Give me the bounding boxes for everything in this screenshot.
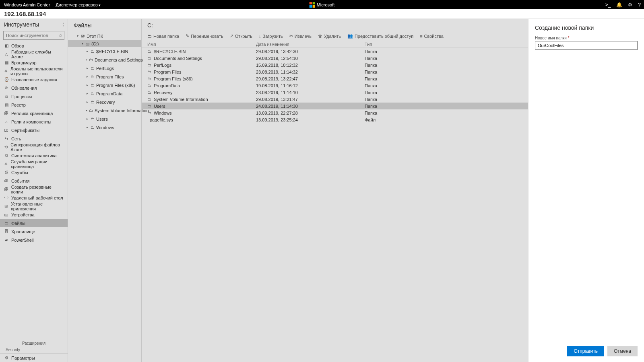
tree-folder[interactable]: ▸🗀Program Files (x86) xyxy=(68,82,141,88)
folder-icon: 🗀 xyxy=(147,83,151,88)
table-row[interactable]: 🗀System Volume Information29.08.2019, 13… xyxy=(142,96,528,103)
sidebar-settings[interactable]: ⚙ Параметры xyxy=(0,354,68,362)
folder-icon: 🗀 xyxy=(91,91,95,96)
sidebar-item[interactable]: 🕮Сертификаты xyxy=(0,126,68,134)
tool-icon: ▦ xyxy=(4,60,9,65)
chevron-right-icon[interactable]: ▸ xyxy=(86,75,89,78)
table-row[interactable]: 🗀ProgramData19.08.2019, 11:16:12Папка xyxy=(142,82,528,89)
sidebar-item[interactable]: ⟳Обновления xyxy=(0,84,68,92)
sidebar-item[interactable]: 🗐Реплика хранилища xyxy=(0,109,68,117)
sidebar-item[interactable]: ⟲Синхронизация файлов Azure xyxy=(0,143,68,151)
tool-icon: 🗐 xyxy=(4,187,9,191)
tools-search-input[interactable] xyxy=(3,31,64,40)
tree-folder[interactable]: ▸🗀Windows xyxy=(68,124,141,131)
extension-security[interactable]: Security xyxy=(0,346,68,353)
sidebar-item[interactable]: ◧Обзор xyxy=(0,41,68,50)
sidebar-item[interactable]: 🗀Файлы xyxy=(0,219,68,227)
tree-folder[interactable]: ▸🗀Program Files xyxy=(68,73,141,80)
table-row[interactable]: 🗀Users24.08.2019, 11:14:30Папка xyxy=(142,103,528,109)
sidebar-item[interactable]: ⛭Служба миграции хранилища xyxy=(0,160,68,168)
table-row[interactable]: 🗀Program Files23.08.2019, 11:14:32Папка xyxy=(142,68,528,75)
sidebar-item[interactable]: ⊞Установленные приложения xyxy=(0,202,68,210)
sidebar-item[interactable]: 🗄Хранилище xyxy=(0,227,68,236)
tree-folder[interactable]: ▸🗀Documents and Settings xyxy=(68,56,141,63)
cancel-button[interactable]: Отмена xyxy=(607,346,638,356)
tree-root-label: Этот ПК xyxy=(87,34,103,39)
sidebar-item[interactable]: 🖵Удаленный рабочий стол xyxy=(0,193,68,202)
server-manager-dropdown[interactable]: Диспетчер серверов xyxy=(56,2,101,7)
toolbar-label: Загрузить xyxy=(262,34,283,39)
file-type: Папка xyxy=(365,76,405,81)
sidebar-item[interactable]: 🖴Устройства xyxy=(0,210,68,219)
sidebar-item[interactable]: ⛓Службы xyxy=(0,168,68,177)
sidebar-item[interactable]: ⛯Локальные пользователи и группы xyxy=(0,67,68,75)
sidebar-item[interactable]: ⧈Процессы xyxy=(0,92,68,101)
tool-icon: ⌚ xyxy=(4,77,9,82)
toolbar-button[interactable]: ✎Переименовать xyxy=(186,33,223,39)
table-row[interactable]: pagefile.sys13.09.2019, 23:25:24Файл xyxy=(142,116,528,123)
toolbar-button[interactable]: 🗑Удалить xyxy=(318,33,341,39)
extensions-heading: Расширения xyxy=(0,340,68,346)
tree-folder[interactable]: ▸🗀Recovery xyxy=(68,99,141,105)
sidebar-item[interactable]: ⌚Назначенные задания xyxy=(0,75,68,84)
file-date: 29.08.2019, 13:22:47 xyxy=(256,76,365,81)
chevron-right-icon[interactable]: ▸ xyxy=(86,92,89,95)
sidebar-item[interactable]: ⧉Системная аналитика xyxy=(0,151,68,160)
tool-label: События xyxy=(11,179,29,183)
toolbar-button[interactable]: ≡Свойства xyxy=(420,33,444,39)
table-row[interactable]: 🗀$RECYCLE.BIN29.08.2019, 13:42:30Папка xyxy=(142,48,528,55)
folder-name-input[interactable] xyxy=(535,41,638,50)
chevron-right-icon[interactable]: ▸ xyxy=(86,83,89,87)
chevron-right-icon[interactable]: ▸ xyxy=(86,109,87,112)
table-row[interactable]: 🗀Documents and Settings29.08.2019, 12:54… xyxy=(142,55,528,62)
tree-folder[interactable]: ▸🗀PerfLogs xyxy=(68,65,141,72)
col-name[interactable]: Имя xyxy=(147,42,256,47)
sidebar-item[interactable]: 🗐Создать резервные копии xyxy=(0,185,68,193)
tree-root[interactable]: ▾ 🖳 Этот ПК xyxy=(68,33,141,39)
folder-icon: 🗀 xyxy=(147,111,151,115)
table-row[interactable]: 🗀PerfLogs15.09.2018, 10:12:32Папка xyxy=(142,62,528,68)
chevron-right-icon[interactable]: ▸ xyxy=(86,100,89,104)
toolbar-button[interactable]: ✂Извлечь xyxy=(289,33,312,39)
chevron-right-icon[interactable]: ▸ xyxy=(86,66,89,70)
sidebar-item[interactable]: ▤Реестр xyxy=(0,101,68,109)
sidebar-item[interactable]: ▦Брандмауэр xyxy=(0,58,68,67)
toolbar-button[interactable]: 👥Предоставить общий доступ xyxy=(347,33,413,39)
sidebar-item[interactable]: ▰PowerShell xyxy=(0,236,68,244)
app-name[interactable]: Windows Admin Center xyxy=(4,2,50,7)
toolbar-button[interactable]: ↗Открыть xyxy=(230,33,252,39)
chevron-right-icon[interactable]: ▸ xyxy=(86,125,89,129)
tree-drive-c[interactable]: ▾ 🖴 (C:) xyxy=(68,40,141,47)
notifications-icon[interactable]: 🔔 xyxy=(616,2,622,8)
tree-folder[interactable]: ▸🗀System Volume Information xyxy=(68,107,141,114)
settings-icon[interactable]: ⚙ xyxy=(628,2,632,8)
sidebar-item[interactable]: △Гибридные службы Azure xyxy=(0,50,68,58)
col-date[interactable]: Дата изменения xyxy=(256,42,365,47)
chevron-right-icon[interactable]: ▸ xyxy=(86,58,87,62)
col-type[interactable]: Тип xyxy=(365,42,405,47)
toolbar-button[interactable]: ↓Загрузить xyxy=(259,33,283,39)
console-icon[interactable]: >_ xyxy=(605,2,611,8)
folder-icon: 🗀 xyxy=(147,104,151,108)
tree-folder[interactable]: ▸🗀$RECYCLE.BIN xyxy=(68,48,141,55)
help-icon[interactable]: ? xyxy=(638,2,641,8)
sidebar-item[interactable]: 🗊События xyxy=(0,177,68,185)
chevron-down-icon[interactable]: ▾ xyxy=(81,42,84,45)
tree-folder-label: Windows xyxy=(96,125,114,130)
table-row[interactable]: 🗀Windows13.09.2019, 22:27:28Папка xyxy=(142,109,528,116)
tool-label: Процессы xyxy=(11,94,32,99)
file-date: 29.08.2019, 13:42:30 xyxy=(256,49,365,54)
sidebar-item[interactable]: ⛬Роли и компоненты xyxy=(0,117,68,126)
chevron-down-icon[interactable]: ▾ xyxy=(76,34,79,38)
table-row[interactable]: 🗀Recovery23.08.2019, 11:14:10Папка xyxy=(142,89,528,96)
chevron-right-icon[interactable]: ▸ xyxy=(86,117,89,121)
tree-folder[interactable]: ▸🗀Users xyxy=(68,115,141,122)
chevron-right-icon[interactable]: ▸ xyxy=(86,49,89,53)
collapse-tools-icon[interactable]: 〈 xyxy=(60,22,64,28)
tool-icon: ⛓ xyxy=(4,170,9,175)
table-row[interactable]: 🗀Program Files (x86)29.08.2019, 13:22:47… xyxy=(142,75,528,82)
sidebar-item[interactable]: ⇆Сеть xyxy=(0,134,68,143)
submit-button[interactable]: Отправить xyxy=(567,346,604,356)
tree-folder[interactable]: ▸🗀ProgramData xyxy=(68,90,141,97)
toolbar-button[interactable]: 🗀Новая папка xyxy=(147,33,179,39)
